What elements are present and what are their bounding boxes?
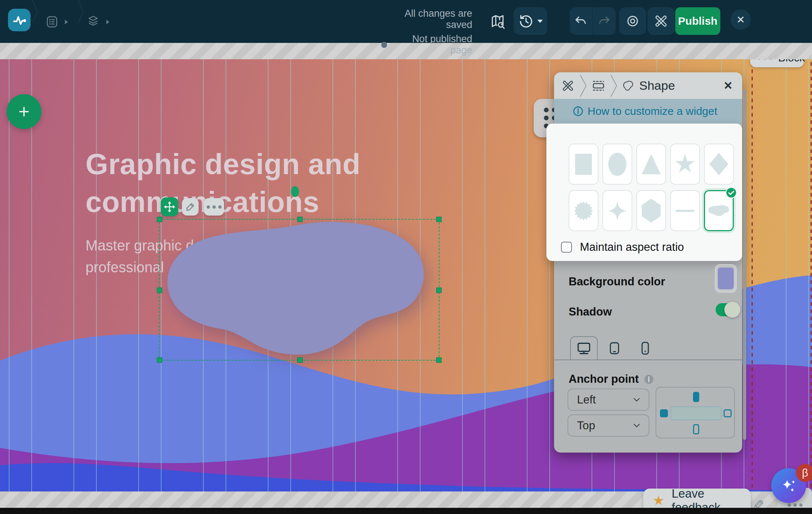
resize-handle-top-left[interactable] (157, 217, 162, 222)
shape-picker-popover: Maintain aspect ratio (546, 124, 742, 261)
panel-close-button[interactable]: ✕ (724, 79, 733, 92)
resize-handle-middle-right[interactable] (436, 288, 442, 293)
move-icon (163, 201, 176, 213)
ellipsis-icon (207, 205, 222, 209)
background-color-swatch (718, 268, 734, 289)
shape-tile-triangle[interactable] (636, 144, 666, 185)
device-tab-desktop[interactable] (570, 336, 598, 360)
resize-handle-bottom-center[interactable] (297, 357, 303, 363)
background-color-label: Background color (569, 275, 665, 288)
starburst-shape-icon (572, 200, 595, 222)
selection-box[interactable] (159, 219, 439, 361)
save-status-text: All changes are saved (381, 8, 472, 31)
shape-tile-blob[interactable] (704, 190, 734, 231)
shadow-toggle[interactable] (716, 303, 738, 316)
resize-handle-top-right[interactable] (436, 217, 442, 222)
panel-tab-block[interactable] (591, 79, 606, 93)
info-icon (573, 106, 583, 116)
pages-expand-icon[interactable] (64, 19, 69, 25)
anchor-preview-rect (670, 406, 721, 420)
horizontal-scrollbar[interactable] (0, 508, 812, 514)
block-label: Block (778, 59, 805, 64)
sparkles-icon (780, 477, 797, 494)
anchor-vertical-select[interactable]: Top (568, 414, 649, 437)
help-link-text: How to customize a widget (588, 105, 717, 117)
tablet-icon (609, 341, 620, 355)
undo-icon (574, 15, 588, 28)
panel-scrollbar[interactable] (743, 89, 746, 440)
top-toolbar: All changes are saved Not published page (0, 0, 812, 43)
pages-menu-button[interactable] (45, 15, 59, 29)
anchor-right-handle[interactable] (724, 409, 732, 417)
design-tools-icon (653, 13, 669, 29)
undo-button[interactable] (570, 7, 593, 35)
desktop-icon (576, 342, 592, 356)
preview-button[interactable] (619, 7, 646, 35)
history-caret-icon (537, 20, 543, 23)
resize-handle-top-center[interactable] (297, 217, 303, 222)
history-icon (518, 13, 534, 29)
shape-tile-circle[interactable] (602, 144, 632, 185)
shape-tile-diamond[interactable] (704, 144, 734, 185)
panel-breadcrumb-separator (610, 74, 618, 97)
rotate-handle[interactable] (291, 186, 299, 197)
triangle-shape-icon (642, 154, 661, 174)
block-ellipsis-icon (757, 59, 772, 60)
anchor-horizontal-select[interactable]: Left (568, 389, 649, 411)
maintain-aspect-row: Maintain aspect ratio (561, 241, 684, 254)
anchor-top-handle[interactable] (693, 392, 699, 402)
maintain-aspect-checkbox[interactable] (561, 242, 572, 253)
anchor-info-icon[interactable] (644, 374, 654, 384)
help-link[interactable]: How to customize a widget (554, 99, 742, 124)
shape-tile-line[interactable] (670, 190, 700, 231)
layers-menu-button[interactable] (86, 14, 100, 29)
shape-tile-starburst[interactable] (569, 190, 598, 231)
redo-button[interactable] (593, 7, 616, 35)
edit-widget-button[interactable] (182, 198, 199, 216)
anchor-position-widget (656, 387, 735, 438)
beta-badge: β (796, 464, 812, 482)
move-widget-button[interactable] (161, 197, 178, 216)
shape-tile-hexagon[interactable] (636, 190, 666, 231)
editor-screen: Graphic design and communications Master… (0, 0, 812, 514)
toggle-knob (724, 302, 740, 318)
device-tab-tablet[interactable] (601, 336, 628, 360)
block-boundary-line (752, 62, 753, 491)
widget-more-options-button[interactable] (204, 198, 224, 216)
shape-tile-four-point-star[interactable] (602, 190, 632, 231)
history-button[interactable] (514, 7, 547, 35)
anchor-left-handle[interactable] (660, 409, 668, 417)
blob-shape-icon (708, 200, 730, 221)
undo-redo-group (570, 7, 616, 35)
redo-icon (597, 15, 610, 28)
ellipsis-icon (788, 503, 803, 507)
diamond-shape-icon (709, 153, 728, 176)
resize-handle-bottom-left[interactable] (157, 357, 162, 363)
panel-tab-design[interactable] (561, 79, 575, 93)
design-tools-button[interactable] (648, 7, 674, 35)
layers-expand-icon[interactable] (106, 19, 110, 25)
anchor-bottom-handle[interactable] (693, 424, 699, 434)
shape-settings-panel: Shape ✕ How to customize a widget (554, 72, 742, 453)
shape-tab-icon (622, 79, 635, 92)
device-tab-mobile[interactable] (631, 336, 659, 360)
maintain-aspect-label: Maintain aspect ratio (580, 241, 684, 254)
publish-button[interactable]: Publish (675, 7, 720, 35)
block-menu-button[interactable]: Block (750, 59, 804, 67)
blob-outline-icon (622, 80, 634, 92)
shape-tile-square[interactable] (569, 144, 598, 185)
selected-check-badge (725, 187, 737, 200)
sitemap-search-button[interactable] (487, 12, 508, 32)
resize-handle-bottom-right[interactable] (436, 357, 442, 363)
pencil-icon (185, 201, 196, 212)
background-color-picker[interactable] (715, 264, 737, 293)
square-shape-icon (575, 154, 592, 175)
shadow-label: Shadow (569, 305, 612, 318)
canvas-edge-line (811, 62, 812, 491)
add-block-button[interactable]: + (7, 94, 41, 129)
resize-handle-middle-left[interactable] (157, 288, 162, 293)
app-logo[interactable] (8, 9, 31, 31)
close-editor-button[interactable]: ✕ (731, 9, 751, 30)
breadcrumb-separator (31, 0, 39, 23)
shape-tile-star[interactable] (670, 144, 700, 185)
